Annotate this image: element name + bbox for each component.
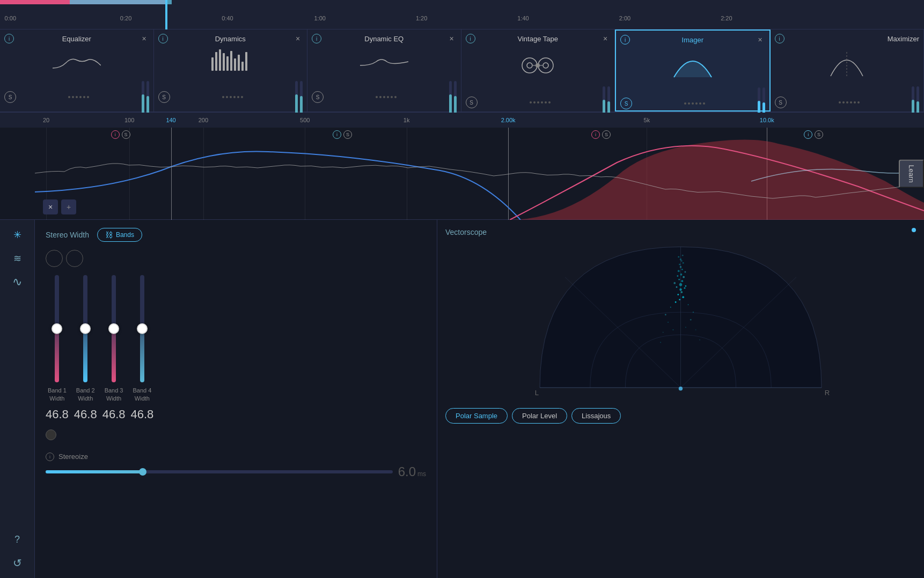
plugin-slot-dynamic-eq[interactable]: i Dynamic EQ × S [307, 29, 461, 112]
svg-rect-7 [238, 55, 240, 71]
plugin-dots [68, 96, 89, 98]
polar-sample-btn[interactable]: Polar Sample [445, 408, 508, 424]
vectorscope-display: L R [445, 242, 916, 403]
plugin-s-vintage-tape[interactable]: S [466, 97, 478, 108]
band-4-slider[interactable] [140, 275, 144, 382]
circle-btn-2[interactable] [66, 250, 83, 267]
freq-mark-200: 200 [199, 117, 208, 123]
plugin-s-dynamics[interactable]: S [158, 91, 170, 103]
freq-mark-1k: 1k [404, 117, 410, 123]
stereoize-knob[interactable] [139, 468, 146, 476]
plugin-info-dynamics[interactable]: i [158, 34, 168, 43]
stereoize-track[interactable] [46, 470, 393, 473]
svg-point-30 [685, 285, 686, 287]
svg-point-33 [678, 279, 680, 280]
plugin-close-dynamic-eq[interactable]: × [447, 34, 457, 43]
svg-point-35 [677, 275, 678, 277]
timeline-buffered [70, 0, 172, 4]
plugin-slot-maximizer[interactable]: i Maximizer S [771, 29, 925, 112]
band-4-knob[interactable] [137, 323, 148, 334]
plugin-s-equalizer[interactable]: S [4, 91, 16, 103]
plugin-info-dynamic-eq[interactable]: i [312, 34, 321, 43]
stereoize-label: Stereoize [58, 453, 88, 461]
svg-point-15 [536, 63, 540, 68]
stereoize-value-display: 6.0 ms [398, 464, 426, 479]
svg-point-27 [684, 287, 686, 289]
plugin-s-dynamic-eq[interactable]: S [312, 91, 324, 103]
svg-point-41 [679, 264, 680, 265]
svg-point-57 [660, 342, 661, 343]
svg-point-52 [690, 319, 692, 321]
plugin-close-dynamics[interactable]: × [293, 34, 303, 43]
polar-level-btn[interactable]: Polar Level [512, 408, 567, 424]
band-3-slider[interactable] [112, 275, 116, 382]
svg-point-40 [680, 266, 682, 268]
band-1-knob[interactable] [52, 323, 62, 334]
stereoize-value: 6.0 [398, 464, 416, 479]
plugin-thumbnail-imager [620, 48, 765, 80]
band-3-knob[interactable] [108, 323, 119, 334]
band-2-value: 46.8 [74, 407, 97, 421]
plugin-info-vintage-tape[interactable]: i [466, 34, 475, 43]
freq-mark-10k: 10.0k [760, 117, 774, 123]
band-1-column: Band 1Width 46.8 [46, 275, 69, 421]
sine-icon[interactable]: ∿ [8, 272, 27, 292]
band-4-value: 46.8 [130, 407, 153, 421]
plugin-info-imager[interactable]: i [620, 35, 630, 45]
band-2-knob[interactable] [80, 323, 91, 334]
svg-point-34 [683, 276, 685, 278]
learn-button[interactable]: Learn [899, 159, 924, 188]
plugin-thumbnail-vintage-tape [466, 47, 611, 79]
panel-header: Stereo Width ⛓ Bands [46, 228, 426, 242]
help-icon[interactable]: ? [8, 530, 27, 549]
plugin-slot-imager[interactable]: i Imager × S [615, 29, 771, 112]
svg-point-46 [682, 255, 684, 256]
plugin-slot-dynamics[interactable]: i Dynamics × S [154, 29, 308, 112]
lissajous-btn[interactable]: Lissajous [571, 408, 621, 424]
timeline-progress [0, 0, 924, 4]
svg-point-26 [679, 288, 682, 291]
timeline-bar: 0:00 0:20 0:40 1:00 1:20 1:40 2:00 2:20 [0, 0, 924, 29]
plugin-slot-equalizer[interactable]: i Equalizer × S [0, 29, 154, 112]
band-2-slider[interactable] [83, 275, 87, 382]
stereoize-info-icon[interactable]: i [46, 453, 54, 461]
reload-icon[interactable]: ↺ [8, 553, 27, 573]
plugin-name-maximizer: Maximizer [888, 35, 919, 43]
band-4-label: Band 4Width [133, 387, 151, 403]
svg-point-25 [681, 291, 683, 293]
plugin-close-vintage-tape[interactable]: × [600, 34, 610, 43]
band-4-column: Band 4Width 46.8 [130, 275, 153, 421]
time-mark: 0:40 [222, 15, 233, 21]
time-mark: 0:00 [5, 15, 16, 21]
time-mark: 1:40 [517, 15, 529, 21]
plugin-slot-vintage-tape[interactable]: i Vintage Tape × S [461, 29, 615, 112]
svg-point-39 [681, 269, 683, 270]
mono-btn[interactable] [46, 429, 56, 440]
plugin-info-equalizer[interactable]: i [4, 34, 14, 43]
bands-button[interactable]: ⛓ Bands [97, 228, 142, 242]
band-1-slider[interactable] [55, 275, 59, 382]
svg-point-13 [543, 63, 548, 68]
svg-rect-5 [230, 51, 232, 71]
svg-rect-3 [223, 53, 225, 71]
add-band-btn[interactable]: + [61, 199, 76, 214]
circle-btn-1[interactable] [46, 250, 63, 267]
plugin-footer-dynamic-eq: S [312, 76, 457, 118]
plugin-close-imager[interactable]: × [756, 35, 765, 45]
svg-point-37 [685, 271, 686, 273]
svg-rect-8 [241, 62, 244, 71]
plugin-close-equalizer[interactable]: × [139, 34, 149, 43]
svg-point-22 [679, 299, 680, 300]
clear-btn[interactable]: × [43, 199, 58, 214]
svg-point-32 [681, 280, 683, 282]
svg-point-58 [699, 339, 700, 340]
wave-icon[interactable]: ≋ [8, 249, 27, 268]
plugin-s-maximizer[interactable]: S [775, 97, 787, 108]
plugin-name-imager: Imager [682, 36, 703, 44]
time-mark: 0:20 [120, 15, 131, 21]
plugin-s-imager[interactable]: S [620, 98, 632, 109]
stereoize-bar: i Stereoize [46, 448, 426, 461]
time-mark: 2:20 [721, 15, 732, 21]
plugin-info-maximizer[interactable]: i [775, 34, 784, 43]
asterisk-icon[interactable]: ✳ [8, 225, 27, 244]
